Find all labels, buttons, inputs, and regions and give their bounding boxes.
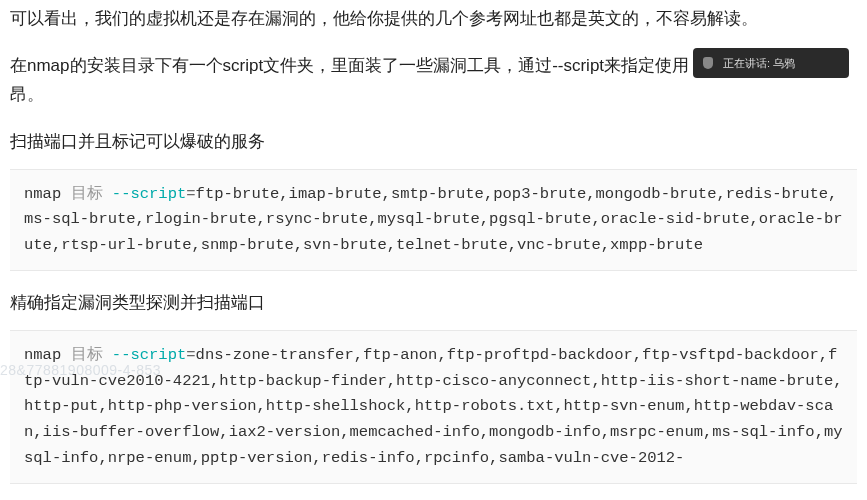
code-cmd-2: nmap — [24, 346, 61, 364]
code-flag-2: --script — [112, 346, 186, 364]
speaking-notice-text: 正在讲话: 乌鸦 — [723, 56, 795, 71]
code-cmd: nmap — [24, 185, 61, 203]
code-block-brute: nmap 目标 --script=ftp-brute,imap-brute,sm… — [10, 169, 857, 272]
code-flag: --script — [112, 185, 186, 203]
code-eq-2: = — [186, 346, 195, 364]
code-target-2: 目标 — [71, 346, 103, 364]
paragraph-1: 可以看出，我们的虚拟机还是存在漏洞的，他给你提供的几个参考网址也都是英文的，不容… — [10, 5, 857, 34]
heading-brute: 扫描端口并且标记可以爆破的服务 — [10, 130, 857, 153]
heading-vuln: 精确指定漏洞类型探测并扫描端口 — [10, 291, 857, 314]
code-eq: = — [186, 185, 195, 203]
code-target: 目标 — [71, 185, 103, 203]
mic-icon — [703, 57, 713, 69]
article-content: 可以看出，我们的虚拟机还是存在漏洞的，他给你提供的几个参考网址也都是英文的，不容… — [0, 0, 867, 500]
speaking-notice: 正在讲话: 乌鸦 — [693, 48, 849, 78]
code-block-vuln: nmap 目标 --script=dns-zone-transfer,ftp-a… — [10, 330, 857, 484]
code-scripts-list-2: dns-zone-transfer,ftp-anon,ftp-proftpd-b… — [24, 346, 843, 466]
